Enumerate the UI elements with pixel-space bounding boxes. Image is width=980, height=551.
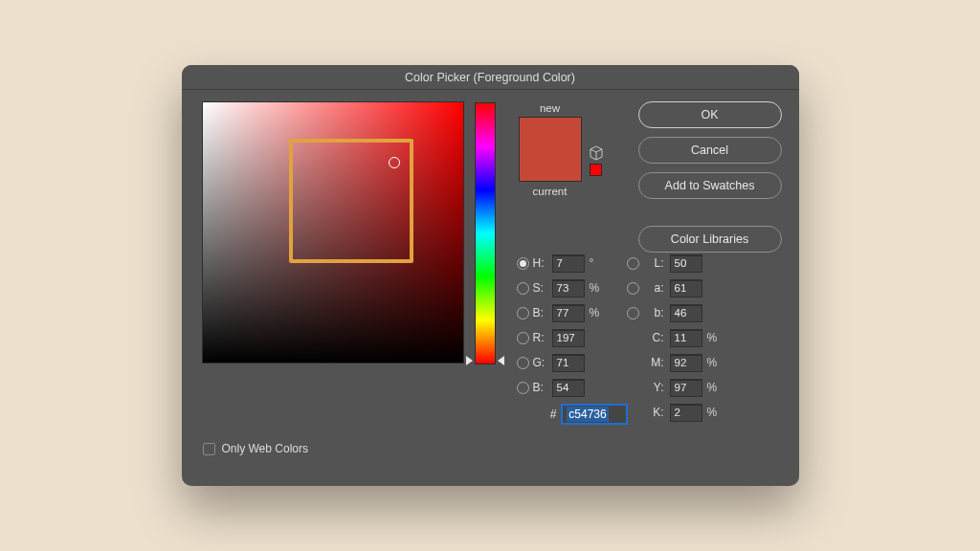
color-picker-dialog: Color Picker (Foreground Color) new curr… bbox=[182, 65, 799, 486]
magenta-label: M: bbox=[643, 356, 664, 369]
black-input[interactable]: 2 bbox=[670, 404, 702, 422]
color-field-wrap bbox=[202, 101, 464, 364]
gamut-warning-group bbox=[589, 145, 604, 176]
button-column: OK Cancel Add to Swatches Color Librarie… bbox=[638, 101, 782, 253]
value-inputs: H: 7 ° L: 50 S: 73 % bbox=[517, 251, 784, 425]
cyan-label: C: bbox=[643, 331, 664, 344]
add-to-swatches-button[interactable]: Add to Swatches bbox=[638, 172, 782, 199]
brightness-label: B: bbox=[533, 306, 552, 320]
yellow-unit: % bbox=[707, 381, 726, 394]
lightness-label: L: bbox=[643, 256, 664, 270]
dialog-body: new current OK Cancel Add to Swatches Co… bbox=[182, 90, 799, 486]
hex-input[interactable]: c54736 bbox=[562, 405, 626, 424]
lab-b-input[interactable]: 46 bbox=[670, 304, 702, 322]
yellow-input[interactable]: 97 bbox=[670, 379, 702, 397]
ok-button[interactable]: OK bbox=[638, 101, 782, 128]
cube-icon[interactable] bbox=[589, 145, 604, 161]
lab-b-radio[interactable] bbox=[627, 307, 639, 320]
magenta-input[interactable]: 92 bbox=[670, 354, 702, 372]
lab-a-label: a: bbox=[643, 281, 664, 295]
only-web-colors-label: Only Web Colors bbox=[222, 442, 308, 455]
color-field[interactable] bbox=[202, 101, 464, 364]
black-label: K: bbox=[643, 406, 664, 419]
lab-a-radio[interactable] bbox=[627, 282, 639, 295]
titlebar[interactable]: Color Picker (Foreground Color) bbox=[182, 65, 799, 90]
brightness-radio[interactable] bbox=[517, 307, 529, 320]
color-preview: new current bbox=[518, 102, 583, 200]
websafe-swatch[interactable] bbox=[590, 164, 602, 176]
brightness-unit: % bbox=[590, 306, 609, 320]
saturation-radio[interactable] bbox=[517, 282, 529, 295]
red-label: R: bbox=[533, 331, 552, 344]
preview-swatches bbox=[519, 117, 582, 182]
hex-row: # c54736 bbox=[517, 405, 627, 424]
hex-hash: # bbox=[546, 408, 557, 421]
yellow-label: Y: bbox=[643, 381, 664, 394]
red-radio[interactable] bbox=[517, 332, 529, 344]
green-input[interactable]: 71 bbox=[552, 354, 585, 372]
hue-slider-handle-left[interactable] bbox=[466, 356, 473, 365]
lab-a-input[interactable]: 61 bbox=[670, 279, 702, 298]
current-color-label: current bbox=[518, 186, 583, 197]
blue-label: B: bbox=[533, 381, 552, 394]
new-color-label: new bbox=[518, 102, 583, 114]
lightness-input[interactable]: 50 bbox=[670, 254, 702, 273]
brightness-input[interactable]: 77 bbox=[552, 304, 585, 322]
new-color-swatch[interactable] bbox=[520, 118, 581, 149]
lab-b-label: b: bbox=[643, 306, 664, 320]
dialog-title: Color Picker (Foreground Color) bbox=[405, 71, 575, 84]
cyan-input[interactable]: 11 bbox=[670, 329, 702, 347]
color-field-cursor[interactable] bbox=[389, 157, 400, 168]
saturation-unit: % bbox=[590, 281, 609, 295]
green-label: G: bbox=[533, 356, 552, 369]
cyan-unit: % bbox=[707, 331, 726, 344]
only-web-colors-checkbox[interactable] bbox=[203, 443, 215, 455]
magenta-unit: % bbox=[707, 356, 726, 369]
only-web-colors-option[interactable]: Only Web Colors bbox=[203, 442, 308, 455]
hue-unit: ° bbox=[590, 256, 609, 270]
hue-slider-handle-right[interactable] bbox=[498, 356, 504, 365]
lightness-radio[interactable] bbox=[627, 257, 639, 270]
color-libraries-button[interactable]: Color Libraries bbox=[638, 226, 782, 253]
hue-input[interactable]: 7 bbox=[552, 254, 585, 273]
hue-radio[interactable] bbox=[517, 257, 529, 270]
hue-label: H: bbox=[533, 256, 552, 270]
blue-input[interactable]: 54 bbox=[552, 379, 585, 397]
black-unit: % bbox=[707, 406, 726, 419]
blue-radio[interactable] bbox=[517, 382, 529, 394]
green-radio[interactable] bbox=[517, 357, 529, 369]
saturation-label: S: bbox=[533, 281, 552, 295]
current-color-swatch[interactable] bbox=[520, 149, 581, 181]
saturation-input[interactable]: 73 bbox=[552, 279, 585, 298]
hue-slider[interactable] bbox=[475, 102, 496, 364]
cancel-button[interactable]: Cancel bbox=[638, 137, 782, 164]
red-input[interactable]: 197 bbox=[552, 329, 585, 347]
